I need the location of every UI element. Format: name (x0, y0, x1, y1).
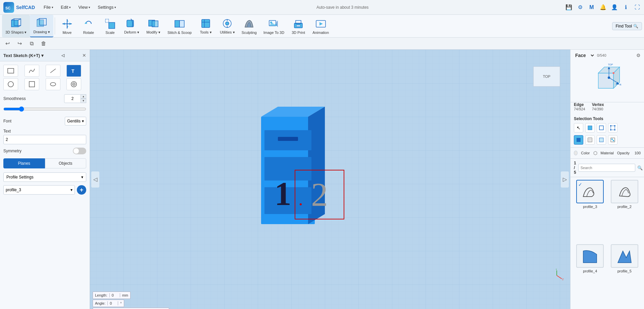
user-icon[interactable]: 👤 (611, 4, 618, 11)
top-menu: File ▾ Edit ▾ View ▾ Settings ▾ (40, 3, 119, 11)
toolbar-stitch-scoop-label: Stitch & Scoop (167, 31, 192, 35)
sel-icon-vertices[interactable] (608, 123, 617, 133)
toolbar-tools[interactable]: Tools ▾ (195, 15, 216, 37)
m-icon[interactable]: M (588, 4, 595, 11)
svg-text:SC: SC (5, 6, 10, 10)
toolbar-modify[interactable]: Modify ▾ (143, 15, 164, 37)
info-icon[interactable]: ℹ (623, 4, 629, 11)
undo-button[interactable]: ↩ (3, 39, 12, 48)
svg-rect-45 (29, 82, 35, 87)
angle-unit: ° (118, 301, 123, 305)
menu-file[interactable]: File ▾ (40, 3, 57, 11)
copy-button[interactable]: ⧉ (27, 39, 36, 48)
share-icon[interactable]: ⚙ (577, 4, 584, 11)
nav-right-arrow[interactable]: ▷ (561, 171, 569, 188)
toolbar-3d-print[interactable]: 3D Print (288, 15, 309, 37)
sel-icon-xray[interactable] (597, 135, 606, 145)
panel-collapse-icon[interactable]: ◁ (60, 52, 66, 59)
text-tool[interactable]: T (66, 65, 81, 77)
profile-item-5[interactable]: profile_5 (608, 244, 641, 307)
main-layout: Text Sketch (K+T) ▾ ◁ ✕ T (0, 50, 644, 309)
sel-icon-faces[interactable] (585, 123, 595, 133)
toolbar-image-to-3d[interactable]: Image To 3D (260, 15, 288, 37)
notification-icon[interactable]: 🔔 (600, 4, 606, 11)
toolbar-3d-shapes-label: 3D Shapes ▾ (5, 30, 27, 35)
sel-icon-textured[interactable] (608, 135, 617, 145)
panel-dropdown-arrow[interactable]: ▾ (41, 53, 44, 58)
svg-point-28 (226, 22, 229, 25)
menu-settings[interactable]: Settings ▾ (94, 3, 119, 11)
smoothness-slider[interactable] (3, 106, 86, 112)
svg-point-78 (614, 125, 615, 126)
svg-point-44 (8, 82, 13, 87)
scale-icon (104, 18, 116, 30)
color-label: Color (581, 151, 590, 155)
smoothness-down[interactable]: ▼ (81, 99, 86, 103)
nav-left-arrow[interactable]: ◁ (91, 171, 99, 188)
sel-icon-arrow[interactable]: ↖ (574, 123, 583, 133)
toolbar-move[interactable]: Move (56, 15, 78, 37)
line-tool[interactable] (46, 65, 60, 77)
rect-tool[interactable] (3, 65, 18, 77)
tab-planes[interactable]: Planes (3, 158, 45, 168)
opacity-label: Opacity (617, 151, 630, 155)
panel-close-button[interactable]: ✕ (82, 53, 86, 58)
objects-search-input[interactable] (578, 164, 635, 172)
smoothness-up[interactable]: ▲ (81, 94, 86, 99)
svg-rect-37 (296, 25, 300, 27)
color-swatch[interactable] (574, 151, 578, 155)
smoothness-spinner: ▲ ▼ (64, 94, 86, 103)
font-select[interactable]: Gentilis ▾ (65, 117, 86, 125)
toolbar-sculpting[interactable]: Sculpting (238, 15, 260, 37)
circle-tool[interactable] (3, 78, 18, 90)
profile-item-3[interactable]: ✓ profile_3 (574, 180, 606, 242)
settings-gear-icon[interactable]: ⚙ (636, 53, 641, 58)
smoothness-slider-row (3, 106, 86, 113)
axis-indicator: Y Z (550, 269, 563, 282)
edge-count: 74/924 (574, 107, 585, 111)
canvas-area[interactable]: ◁ ▷ TOP 1 (90, 50, 570, 309)
fullscreen-icon[interactable]: ⛶ (634, 4, 641, 11)
profile-item-4[interactable]: profile_4 (574, 244, 606, 307)
target-tool[interactable] (66, 78, 81, 90)
toolbar-3d-shapes[interactable]: 3D Shapes ▾ (2, 15, 30, 37)
toolbar-utilities[interactable]: Utilities ▾ (216, 15, 238, 37)
svg-rect-40 (8, 68, 14, 73)
profile-item-2[interactable]: profile_2 (608, 180, 641, 242)
face-select[interactable]: Face Edge Vertex (574, 52, 595, 58)
sel-icon-wireframe[interactable] (585, 135, 595, 145)
search-icon: 🔍 (633, 24, 638, 29)
toolbar-move-label: Move (62, 31, 71, 35)
text-input[interactable] (3, 135, 86, 144)
save-icon[interactable]: 💾 (565, 4, 572, 11)
toolbar-scale[interactable]: Scale (99, 15, 121, 37)
sel-icon-solid[interactable] (574, 135, 583, 145)
square-tool[interactable] (24, 78, 39, 90)
toolbar-deform[interactable]: Deform ▾ (121, 15, 143, 37)
toolbar-animation-label: Animation (312, 31, 329, 35)
add-profile-button[interactable]: + (77, 185, 86, 195)
ellipse-tool[interactable] (46, 78, 60, 90)
profile-dropdown[interactable]: profile_3 ▾ (3, 185, 75, 195)
toolbar-rotate[interactable]: Rotate (78, 15, 99, 37)
smoothness-row: Smoothness ▲ ▼ (3, 94, 86, 103)
material-icon[interactable]: ⬡ (593, 150, 597, 156)
symmetry-toggle[interactable] (73, 148, 86, 154)
smoothness-input[interactable] (64, 94, 81, 103)
delete-button[interactable]: 🗑 (39, 39, 48, 48)
curve-tool[interactable] (24, 65, 39, 77)
toolbar-stitch-scoop[interactable]: Stitch & Scoop (164, 15, 195, 37)
sel-icon-edges[interactable] (597, 123, 606, 133)
image-to-3d-icon (268, 18, 280, 30)
tab-objects[interactable]: Objects (45, 158, 87, 168)
objects-search-icon[interactable]: 🔍 (637, 165, 643, 170)
redo-button[interactable]: ↪ (15, 39, 24, 48)
profile-settings-dropdown[interactable]: Profile Settings ▾ (3, 172, 86, 182)
toolbar-drawing[interactable]: Drawing ▾ (30, 15, 53, 37)
menu-edit[interactable]: Edit ▾ (57, 3, 74, 11)
menu-view[interactable]: View ▾ (75, 3, 94, 11)
view-mode-row (574, 135, 641, 145)
toolbar-animation[interactable]: Animation (309, 15, 332, 37)
nav-cube[interactable]: TOP R (589, 62, 626, 96)
find-tool-button[interactable]: Find Tool 🔍 (612, 22, 642, 30)
